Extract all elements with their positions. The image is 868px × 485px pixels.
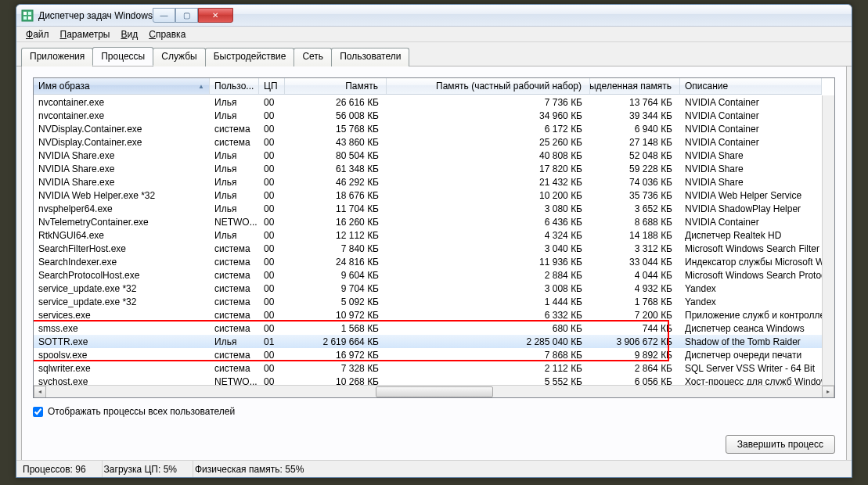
table-row[interactable]: nvcontainer.exeИлья0056 008 КБ34 960 КБ3… [34, 109, 834, 122]
table-row[interactable]: NVIDIA Share.exeИлья0061 348 КБ17 820 КБ… [34, 162, 834, 175]
svg-rect-2 [28, 12, 31, 15]
cell-alloc: 74 036 КБ [590, 176, 680, 189]
col-name[interactable]: Имя образа▲ [34, 78, 210, 94]
table-row[interactable]: service_update.exe *32система005 092 КБ1… [34, 295, 834, 308]
cell-memory: 26 616 КБ [285, 96, 387, 109]
cell-desc: Диспетчер Realtek HD [680, 229, 834, 242]
cell-name: nvcontainer.exe [34, 110, 210, 122]
scroll-left-button[interactable]: ◂ [34, 386, 46, 398]
cell-user: система [210, 123, 259, 135]
col-private-ws[interactable]: Память (частный рабочий набор) [387, 78, 590, 94]
cell-user: система [210, 269, 259, 282]
tab-services[interactable]: Службы [153, 48, 205, 66]
cell-memory: 10 972 КБ [285, 309, 387, 322]
cell-user: система [210, 309, 259, 322]
menu-options[interactable]: Параметры [56, 28, 115, 40]
show-all-users-row: Отображать процессы всех пользователей [33, 406, 835, 417]
cell-memory: 12 112 КБ [285, 229, 387, 242]
col-cpu[interactable]: ЦП [259, 78, 285, 94]
cell-user: система [210, 136, 259, 149]
cell-name: NVDisplay.Container.exe [34, 136, 210, 149]
cell-name: NVIDIA Web Helper.exe *32 [34, 189, 210, 202]
cell-private-ws: 10 200 КБ [387, 189, 590, 202]
scroll-thumb[interactable] [376, 386, 493, 397]
menu-help[interactable]: Справка [144, 28, 190, 40]
cell-desc: Microsoft Windows Search Protocol Host [680, 269, 834, 282]
table-row[interactable]: RtkNGUI64.exeИлья0012 112 КБ4 324 КБ14 1… [34, 228, 834, 242]
cell-cpu: 00 [259, 282, 285, 295]
table-row[interactable]: NVIDIA Share.exeИлья0080 504 КБ40 808 КБ… [34, 149, 834, 162]
cell-name: service_update.exe *32 [34, 282, 210, 295]
table-row[interactable]: service_update.exe *32система009 704 КБ3… [34, 282, 834, 295]
vertical-scrollbar[interactable] [822, 95, 834, 385]
table-row[interactable]: NVIDIA Web Helper.exe *32Илья0018 676 КБ… [34, 189, 834, 202]
cell-alloc: 3 906 672 КБ [590, 336, 680, 348]
cell-memory: 2 619 664 КБ [285, 336, 387, 348]
close-button[interactable]: ✕ [198, 8, 233, 23]
table-row[interactable]: services.exeсистема0010 972 КБ6 332 КБ7 … [34, 308, 834, 322]
table-row[interactable]: NvTelemetryContainer.exeNETWO...0016 260… [34, 215, 834, 228]
maximize-button[interactable]: ▢ [175, 8, 198, 23]
cell-private-ws: 6 436 КБ [387, 216, 590, 228]
cell-desc: Индексатор службы Microsoft Windows Sea [680, 256, 834, 268]
cell-desc: NVIDIA Share [680, 149, 834, 162]
table-row[interactable]: SearchIndexer.exeсистема0024 816 КБ11 93… [34, 255, 834, 268]
table-row[interactable]: SearchFilterHost.exeсистема007 840 КБ3 0… [34, 242, 834, 255]
tab-performance[interactable]: Быстродействие [205, 48, 295, 66]
table-row[interactable]: SearchProtocolHost.exeсистема009 604 КБ2… [34, 268, 834, 282]
cell-desc: NVIDIA Container [680, 123, 834, 135]
window-buttons: — ▢ ✕ [153, 8, 233, 23]
table-row[interactable]: svchost.exeNETWO...0010 268 КБ5 552 КБ6 … [34, 375, 834, 385]
table-row[interactable]: SOTTR.exeИлья012 619 664 КБ2 285 040 КБ3… [34, 335, 834, 348]
minimize-button[interactable]: — [153, 8, 175, 23]
table-row[interactable]: nvsphelper64.exeИлья0011 704 КБ3 080 КБ3… [34, 202, 834, 215]
cell-user: система [210, 296, 259, 308]
cell-alloc: 2 864 КБ [590, 362, 680, 375]
col-description[interactable]: Описание [680, 78, 822, 94]
cell-private-ws: 25 260 КБ [387, 136, 590, 149]
tab-users[interactable]: Пользователи [331, 48, 409, 66]
sort-arrow-icon: ▲ [198, 83, 204, 90]
titlebar[interactable]: Диспетчер задач Windows — ▢ ✕ [16, 5, 852, 27]
cell-name: services.exe [34, 309, 210, 322]
scroll-right-button[interactable]: ▸ [822, 386, 834, 398]
cell-desc: NVIDIA Share [680, 176, 834, 189]
table-row[interactable]: sqlwriter.exeсистема007 328 КБ2 112 КБ2 … [34, 361, 834, 375]
cell-memory: 9 704 КБ [285, 282, 387, 295]
cell-desc: Shadow of the Tomb Raider [680, 336, 834, 348]
table-body[interactable]: nvcontainer.exeИлья0026 616 КБ7 736 КБ13… [34, 95, 834, 385]
table-row[interactable]: NVDisplay.Container.exeсистема0043 860 К… [34, 135, 834, 149]
cell-alloc: 4 932 КБ [590, 282, 680, 295]
cell-user: система [210, 322, 259, 335]
cell-name: NVDisplay.Container.exe [34, 123, 210, 135]
cell-user: система [210, 282, 259, 295]
table-row[interactable]: NVDisplay.Container.exeсистема0015 768 К… [34, 122, 834, 135]
cell-private-ws: 3 040 КБ [387, 242, 590, 255]
tab-network[interactable]: Сеть [294, 48, 332, 66]
cell-memory: 43 860 КБ [285, 136, 387, 149]
cell-memory: 61 348 КБ [285, 163, 387, 175]
cell-private-ws: 3 080 КБ [387, 203, 590, 215]
menu-file[interactable]: Файл [21, 28, 54, 40]
cell-user: Илья [210, 110, 259, 122]
col-alloc[interactable]: Выделенная память [590, 78, 680, 94]
end-process-button[interactable]: Завершить процесс [726, 435, 835, 454]
table-row[interactable]: NVIDIA Share.exeИлья0046 292 КБ21 432 КБ… [34, 175, 834, 189]
menubar: Файл Параметры Вид Справка [16, 27, 852, 42]
table-row[interactable]: nvcontainer.exeИлья0026 616 КБ7 736 КБ13… [34, 95, 834, 109]
table-row[interactable]: smss.exeсистема001 568 КБ680 КБ744 КБДис… [34, 322, 834, 335]
cell-private-ws: 11 936 КБ [387, 256, 590, 268]
cell-cpu: 00 [259, 296, 285, 308]
tab-applications[interactable]: Приложения [21, 48, 93, 66]
cell-memory: 9 604 КБ [285, 269, 387, 282]
menu-view[interactable]: Вид [116, 28, 142, 40]
show-all-users-checkbox[interactable] [33, 407, 43, 417]
col-user[interactable]: Пользо... [210, 78, 259, 94]
tab-processes[interactable]: Процессы [92, 47, 153, 66]
cell-alloc: 3 312 КБ [590, 242, 680, 255]
cell-alloc: 39 344 КБ [590, 110, 680, 122]
col-memory[interactable]: Память [285, 78, 387, 94]
cell-user: Илья [210, 176, 259, 189]
table-row[interactable]: spoolsv.exeсистема0016 972 КБ7 868 КБ9 8… [34, 348, 834, 361]
horizontal-scrollbar[interactable]: ◂ ▸ [34, 385, 834, 397]
